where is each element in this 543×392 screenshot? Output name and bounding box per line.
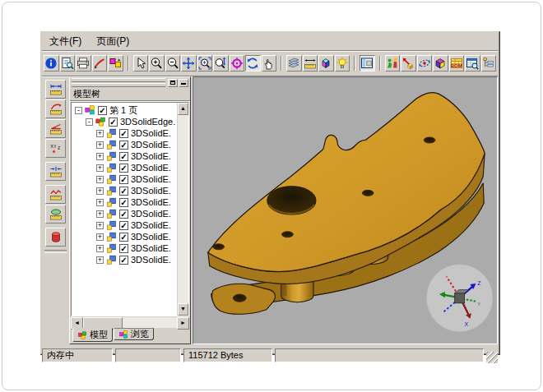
zoom-fit-button[interactable]: [181, 55, 197, 71]
part-node-icon: [105, 185, 118, 196]
rotate-view-button[interactable]: [245, 55, 261, 71]
tree-vertical-scrollbar[interactable]: ▲ ▼: [177, 103, 188, 316]
panel-toggle-button[interactable]: [360, 55, 375, 71]
collapse-icon[interactable]: -: [86, 118, 93, 126]
svg-text:Y: Y: [477, 302, 480, 307]
resize-grip[interactable]: [486, 352, 498, 363]
part-node-icon: [105, 208, 118, 219]
node-label: 3DSolidEdge.: [120, 117, 175, 127]
tree-row-part[interactable]: +✓3DSolidE.: [73, 185, 177, 196]
browse-tab-icon: [118, 330, 129, 339]
info-button[interactable]: [44, 55, 59, 71]
measure-min-distance-button[interactable]: [45, 162, 66, 181]
tab-model[interactable]: 模型: [72, 328, 113, 342]
scroll-track[interactable]: [178, 115, 188, 303]
expand-icon[interactable]: +: [96, 187, 104, 195]
expand-icon[interactable]: +: [96, 245, 104, 252]
expand-icon[interactable]: +: [96, 233, 104, 241]
tree-row-part[interactable]: +✓3DSolidE.: [73, 139, 177, 150]
tree-row-part[interactable]: +✓3DSolidE.: [73, 150, 177, 162]
tree-row-part[interactable]: +✓3DSolidE.: [73, 219, 177, 231]
zoom-out-button[interactable]: [165, 55, 181, 71]
expand-icon[interactable]: +: [96, 222, 104, 229]
node-checkbox[interactable]: ✓: [119, 152, 128, 161]
tree-row-part[interactable]: +✓3DSolidE.: [73, 242, 177, 254]
panel-restore-button[interactable]: [168, 79, 178, 87]
scroll-down-arrow[interactable]: ▼: [178, 303, 188, 316]
expand-icon[interactable]: +: [96, 176, 104, 183]
node-checkbox[interactable]: ✓: [119, 141, 128, 150]
pan-button[interactable]: [262, 55, 277, 71]
expand-icon[interactable]: +: [96, 153, 104, 160]
measure-coordinate-button[interactable]: [45, 139, 66, 158]
redline-button[interactable]: [92, 55, 108, 71]
scroll-up-arrow[interactable]: ▲: [178, 103, 188, 115]
expand-icon[interactable]: +: [96, 210, 104, 218]
node-checkbox[interactable]: ✓: [119, 164, 128, 173]
expand-icon[interactable]: +: [96, 164, 104, 172]
node-checkbox[interactable]: ✓: [119, 198, 128, 207]
color-settings-button[interactable]: [108, 55, 123, 71]
layers-button[interactable]: [286, 55, 302, 71]
zoom-dynamic-button[interactable]: [213, 55, 229, 71]
tree-row-part[interactable]: +✓3DSolidE.: [73, 208, 177, 219]
expand-icon[interactable]: +: [96, 130, 104, 137]
node-checkbox[interactable]: ✓: [98, 106, 107, 115]
print-preview-button[interactable]: [60, 55, 76, 71]
node-checkbox[interactable]: ✓: [119, 244, 128, 253]
orbit-assembly-button[interactable]: [417, 55, 433, 71]
assembly-button[interactable]: [385, 55, 401, 71]
collapse-icon[interactable]: -: [75, 107, 82, 114]
render-mode-button[interactable]: [318, 55, 334, 71]
panel-hide-button[interactable]: [179, 79, 188, 87]
tree-row-part[interactable]: +✓3DSolidE.: [73, 231, 177, 242]
tree-row-part[interactable]: +✓3DSolidE.: [73, 173, 177, 185]
measure-radius-button[interactable]: [45, 99, 66, 118]
tree-row-part[interactable]: +✓3DSolidE.: [73, 254, 177, 265]
expand-icon[interactable]: +: [96, 256, 104, 264]
node-checkbox[interactable]: ✓: [119, 129, 128, 138]
print-preview-icon: [61, 57, 74, 70]
expand-icon[interactable]: +: [96, 141, 104, 149]
rotate-center-button[interactable]: [230, 55, 245, 71]
table-search-button[interactable]: [465, 55, 480, 71]
node-checkbox[interactable]: ✓: [119, 256, 128, 265]
solid-view-button[interactable]: [433, 55, 448, 71]
measure-polyline-button[interactable]: [45, 185, 66, 204]
zoom-in-icon: [150, 57, 163, 70]
measure-angle-button[interactable]: [45, 119, 66, 138]
bom-button[interactable]: BOM: [449, 55, 465, 71]
node-checkbox[interactable]: ✓: [109, 118, 118, 127]
menu-file[interactable]: 文件(F): [42, 33, 89, 50]
panel-grip[interactable]: [70, 77, 190, 87]
print-button[interactable]: [76, 55, 91, 71]
tree-horizontal-scrollbar[interactable]: ◄ ►: [71, 317, 189, 328]
expand-icon[interactable]: +: [96, 199, 104, 206]
zoom-in-button[interactable]: [149, 55, 165, 71]
select-button[interactable]: [133, 55, 149, 71]
menu-page[interactable]: 页面(P): [89, 33, 137, 50]
panel-grip-lines: [72, 78, 165, 88]
tree-row-part[interactable]: +✓3DSolidE.: [73, 196, 177, 208]
measure-distance-button[interactable]: [45, 80, 66, 99]
measure-volume-button[interactable]: [45, 228, 66, 247]
node-checkbox[interactable]: ✓: [119, 175, 128, 184]
zoom-window-button[interactable]: [197, 55, 213, 71]
tree-row-assembly[interactable]: - ✓ 3DSolidEdge.: [73, 116, 177, 127]
tree-row-part[interactable]: +✓3DSolidE.: [73, 127, 177, 139]
node-checkbox[interactable]: ✓: [119, 221, 128, 230]
scroll-track[interactable]: [123, 317, 177, 328]
tree-row-part[interactable]: +✓3DSolidE.: [73, 162, 177, 173]
node-checkbox[interactable]: ✓: [119, 233, 128, 242]
navigation-triad[interactable]: Z X Y: [426, 264, 493, 332]
explode-button[interactable]: [401, 55, 416, 71]
tree-row-page[interactable]: - ✓ 第 1 页: [73, 104, 177, 116]
measure-area-button[interactable]: [45, 205, 66, 224]
node-checkbox[interactable]: ✓: [119, 210, 128, 219]
viewport-3d[interactable]: Z X Y: [193, 76, 498, 344]
dimension-button[interactable]: [303, 55, 318, 71]
node-checkbox[interactable]: ✓: [119, 187, 128, 196]
tree-list-button[interactable]: [481, 55, 497, 71]
tab-browse[interactable]: 浏览: [114, 328, 154, 340]
light-button[interactable]: [335, 55, 350, 71]
